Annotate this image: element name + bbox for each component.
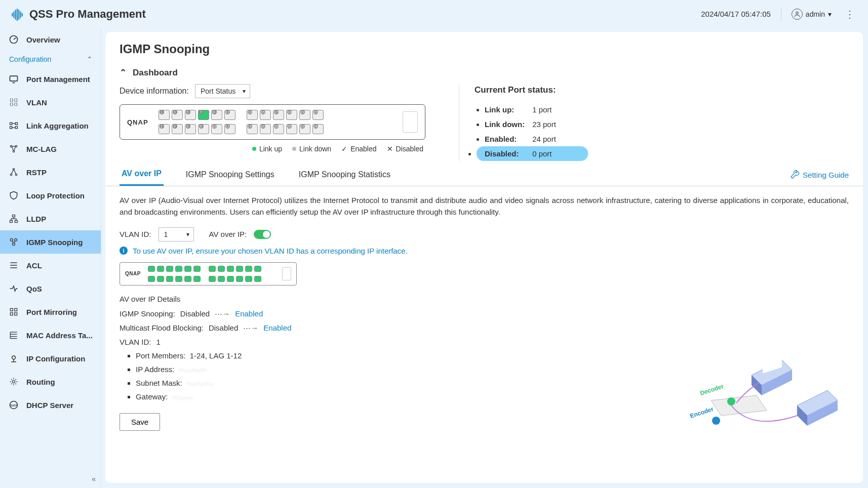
- svg-rect-13: [15, 103, 17, 106]
- mini-port: [254, 276, 261, 282]
- sidebar-section-configuration[interactable]: Configuration ⌃: [0, 51, 101, 67]
- routing-icon: [8, 376, 19, 387]
- device-info-select[interactable]: Port Status: [195, 84, 250, 98]
- subnet-mask-value: ···.···.···.·: [186, 379, 214, 387]
- sidebar-item-mc-lag[interactable]: MC-LAG: [0, 137, 101, 160]
- port-7[interactable]: 7: [198, 110, 209, 120]
- mini-switch-diagram: QNAP: [120, 262, 297, 286]
- port-9[interactable]: 9: [211, 110, 222, 120]
- mini-port: [209, 266, 216, 272]
- status-disabled-value: 0 port: [532, 149, 551, 158]
- svg-point-23: [15, 174, 17, 175]
- vlan-id-select[interactable]: 1: [159, 227, 194, 241]
- port-3[interactable]: 3: [172, 110, 183, 120]
- mini-port: [245, 266, 252, 272]
- app-header: QSS Pro Management 2024/04/17 05:47:05 a…: [0, 0, 868, 28]
- svg-point-39: [727, 397, 735, 405]
- svg-rect-2: [15, 10, 16, 20]
- sidebar-item-acl[interactable]: ACL: [0, 254, 101, 277]
- port-8[interactable]: 8: [198, 124, 209, 134]
- port-18[interactable]: 18: [273, 124, 284, 134]
- svg-rect-33: [15, 308, 17, 311]
- save-button[interactable]: Save: [120, 413, 160, 431]
- sidebar-label: QoS: [26, 284, 42, 293]
- svg-rect-16: [10, 127, 12, 129]
- subnet-mask-label: Subnet Mask:: [136, 379, 182, 387]
- user-menu[interactable]: admin ▾: [792, 9, 832, 20]
- dashboard-toggle[interactable]: ⌃ Dashboard: [105, 61, 863, 80]
- gauge-icon: [8, 34, 19, 45]
- sidebar-item-lldp[interactable]: LLDP: [0, 207, 101, 230]
- mini-port: [184, 276, 191, 282]
- port-21[interactable]: 21: [299, 110, 310, 120]
- port-10[interactable]: 10: [211, 124, 222, 134]
- svg-rect-5: [20, 11, 21, 18]
- svg-rect-11: [15, 99, 17, 101]
- check-icon: ✓: [341, 145, 347, 153]
- legend-link-down: Link down: [299, 145, 331, 153]
- port-15[interactable]: 15: [260, 110, 271, 120]
- status-enabled-value: 24 port: [532, 135, 556, 143]
- port-24[interactable]: 24: [312, 124, 324, 134]
- mini-switch-brand: QNAP: [125, 271, 141, 276]
- setting-guide-link[interactable]: Setting Guide: [791, 170, 849, 185]
- port-17[interactable]: 17: [273, 110, 284, 120]
- legend-dot-gray-icon: [292, 147, 296, 151]
- sidebar-item-qos[interactable]: QoS: [0, 277, 101, 300]
- port-16[interactable]: 16: [260, 124, 271, 134]
- port-22[interactable]: 22: [299, 124, 310, 134]
- sidebar-item-vlan[interactable]: VLAN: [0, 91, 101, 114]
- port-14[interactable]: 14: [247, 124, 258, 134]
- port-legend: Link up Link down ✓Enabled ✕Disabled: [120, 140, 433, 153]
- port-12[interactable]: 12: [224, 124, 235, 134]
- svg-rect-9: [10, 76, 18, 81]
- sidebar-item-igmp-snooping[interactable]: IGMP Snooping: [0, 230, 101, 254]
- port-11[interactable]: 11: [224, 110, 235, 120]
- switch-diagram: QNAP 1 3 5 7 9 11 13 15 17: [120, 104, 425, 140]
- sidebar-item-dhcp-server[interactable]: DHCPDHCP Server: [0, 393, 101, 417]
- av-over-ip-toggle[interactable]: [254, 230, 271, 239]
- sidebar-item-mac-address-table[interactable]: MAC Address Ta...: [0, 323, 101, 347]
- mirror-icon: [8, 306, 19, 317]
- port-6[interactable]: 6: [185, 124, 196, 134]
- mini-port: [157, 276, 164, 282]
- tab-av-over-ip[interactable]: AV over IP: [120, 169, 164, 186]
- tab-igmp-snooping-settings[interactable]: IGMP Snooping Settings: [184, 170, 277, 185]
- port-4[interactable]: 4: [172, 124, 183, 134]
- svg-rect-17: [15, 127, 17, 129]
- port-13[interactable]: 13: [247, 110, 258, 120]
- port-23[interactable]: 23: [312, 110, 324, 120]
- select-value: Port Status: [201, 87, 235, 95]
- sidebar-item-overview[interactable]: Overview: [0, 28, 101, 51]
- port-20[interactable]: 20: [286, 124, 297, 134]
- sidebar-item-routing[interactable]: Routing: [0, 370, 101, 393]
- sidebar-label: Port Mirroring: [26, 308, 77, 316]
- status-link-up-value: 1 port: [532, 105, 551, 114]
- status-link-down-label: Link down:: [485, 120, 530, 129]
- port-2[interactable]: 2: [159, 124, 170, 134]
- user-avatar-icon: [792, 9, 803, 20]
- mfb-current: Disabled: [209, 323, 238, 332]
- sidebar-collapse-icon[interactable]: «: [92, 475, 96, 483]
- port-19[interactable]: 19: [286, 110, 297, 120]
- mfb-target[interactable]: Enabled: [263, 323, 291, 332]
- page-title: IGMP Snooping: [105, 32, 863, 61]
- port-5[interactable]: 5: [185, 110, 196, 120]
- igmp-snooping-target[interactable]: Enabled: [235, 309, 263, 318]
- sidebar-item-link-aggregation[interactable]: Link Aggregation: [0, 114, 101, 137]
- mini-port: [157, 266, 164, 272]
- sidebar-item-rstp[interactable]: RSTP: [0, 160, 101, 184]
- status-link-down-value: 23 port: [532, 120, 556, 129]
- kebab-menu-icon[interactable]: ⋮: [842, 8, 858, 20]
- svg-rect-15: [15, 123, 17, 125]
- sidebar-item-port-mirroring[interactable]: Port Mirroring: [0, 300, 101, 323]
- sidebar-item-ip-configuration[interactable]: IP Configuration: [0, 347, 101, 370]
- sidebar-label: IP Configuration: [26, 354, 85, 363]
- sidebar-item-loop-protection[interactable]: Loop Protection: [0, 184, 101, 207]
- mini-port: [166, 266, 173, 272]
- network-icon: [8, 213, 19, 224]
- svg-rect-25: [10, 220, 13, 222]
- sidebar-item-port-management[interactable]: Port Management: [0, 67, 101, 91]
- port-1[interactable]: 1: [159, 110, 170, 120]
- tab-igmp-snooping-statistics[interactable]: IGMP Snooping Statistics: [297, 170, 392, 185]
